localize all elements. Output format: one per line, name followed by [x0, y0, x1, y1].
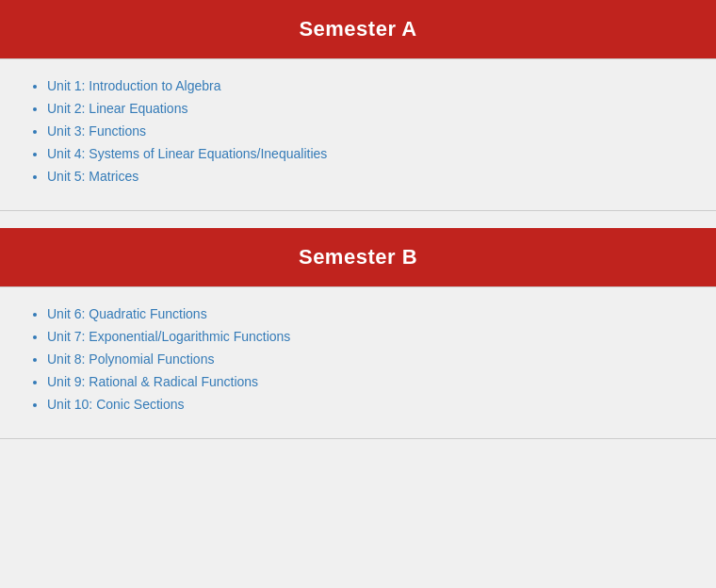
- list-item[interactable]: Unit 8: Polynomial Functions: [47, 351, 688, 367]
- unit-link[interactable]: Unit 5: Matrices: [47, 169, 138, 184]
- unit-link[interactable]: Unit 9: Rational & Radical Functions: [47, 374, 258, 389]
- list-item[interactable]: Unit 6: Quadratic Functions: [47, 306, 688, 321]
- unit-link[interactable]: Unit 3: Functions: [47, 123, 146, 139]
- list-item[interactable]: Unit 1: Introduction to Algebra: [47, 78, 688, 93]
- list-item[interactable]: Unit 7: Exponential/Logarithmic Function…: [47, 329, 688, 344]
- semester-a-units: Unit 1: Introduction to Algebra Unit 2: …: [0, 58, 716, 211]
- unit-link[interactable]: Unit 10: Conic Sections: [47, 397, 185, 412]
- list-item[interactable]: Unit 10: Conic Sections: [47, 397, 688, 412]
- semester-b-units: Unit 6: Quadratic Functions Unit 7: Expo…: [0, 286, 716, 439]
- semester-a-header: Semester A: [0, 0, 716, 58]
- unit-link[interactable]: Unit 1: Introduction to Algebra: [47, 78, 220, 93]
- unit-link[interactable]: Unit 2: Linear Equations: [47, 101, 187, 116]
- list-item[interactable]: Unit 9: Rational & Radical Functions: [47, 374, 688, 389]
- semester-a-title: Semester A: [299, 17, 416, 41]
- unit-link[interactable]: Unit 4: Systems of Linear Equations/Ineq…: [47, 146, 327, 161]
- list-item[interactable]: Unit 4: Systems of Linear Equations/Ineq…: [47, 146, 688, 161]
- list-item[interactable]: Unit 5: Matrices: [47, 169, 688, 184]
- spacer-between-semesters: [0, 211, 716, 228]
- list-item[interactable]: Unit 2: Linear Equations: [47, 101, 688, 116]
- semester-b-header: Semester B: [0, 228, 716, 286]
- unit-link[interactable]: Unit 6: Quadratic Functions: [47, 306, 207, 321]
- list-item[interactable]: Unit 3: Functions: [47, 123, 688, 139]
- semester-b-title: Semester B: [299, 245, 417, 269]
- semester-b-unit-list: Unit 6: Quadratic Functions Unit 7: Expo…: [38, 306, 688, 412]
- semester-a-unit-list: Unit 1: Introduction to Algebra Unit 2: …: [38, 78, 688, 184]
- unit-link[interactable]: Unit 8: Polynomial Functions: [47, 351, 214, 367]
- unit-link[interactable]: Unit 7: Exponential/Logarithmic Function…: [47, 329, 290, 344]
